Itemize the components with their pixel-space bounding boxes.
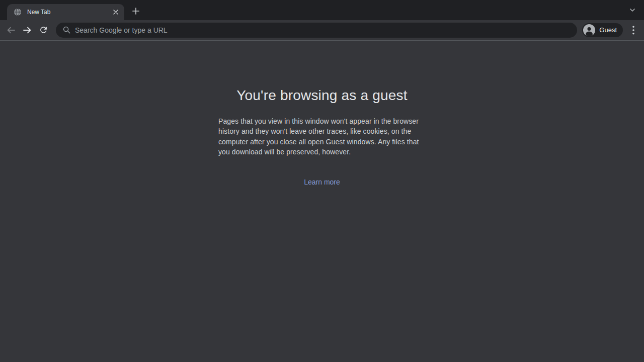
person-icon: [583, 24, 595, 36]
browser-menu-button[interactable]: [626, 23, 641, 38]
guest-profile-label: Guest: [599, 26, 617, 34]
guest-content: You're browsing as a guest Pages that yo…: [218, 41, 426, 361]
new-tab-button[interactable]: [129, 4, 143, 18]
back-button[interactable]: [4, 23, 19, 38]
guest-description: Pages that you view in this window won't…: [218, 116, 426, 157]
forward-arrow-icon: [22, 25, 32, 35]
search-icon: [63, 26, 70, 34]
browser-toolbar: Guest: [0, 20, 644, 40]
page-title: You're browsing as a guest: [218, 87, 426, 104]
plus-icon: [132, 8, 139, 15]
reload-icon: [39, 25, 48, 35]
chevron-down-icon: [629, 7, 636, 14]
learn-more-link[interactable]: Learn more: [304, 178, 340, 186]
omnibox-input[interactable]: [75, 26, 570, 34]
forward-button[interactable]: [20, 23, 35, 38]
tab-strip: New Tab: [0, 0, 644, 20]
back-arrow-icon: [6, 25, 16, 35]
kebab-menu-icon: [632, 26, 634, 35]
guest-ntp-page: You're browsing as a guest Pages that yo…: [0, 41, 644, 361]
reload-button[interactable]: [36, 23, 51, 38]
tab-new-tab[interactable]: New Tab: [7, 4, 124, 20]
omnibox[interactable]: [56, 23, 577, 38]
tab-title: New Tab: [27, 9, 111, 16]
guest-profile-button[interactable]: Guest: [582, 23, 623, 37]
close-icon[interactable]: [111, 8, 120, 17]
globe-icon: [14, 8, 22, 16]
tab-search-button[interactable]: [626, 4, 639, 17]
